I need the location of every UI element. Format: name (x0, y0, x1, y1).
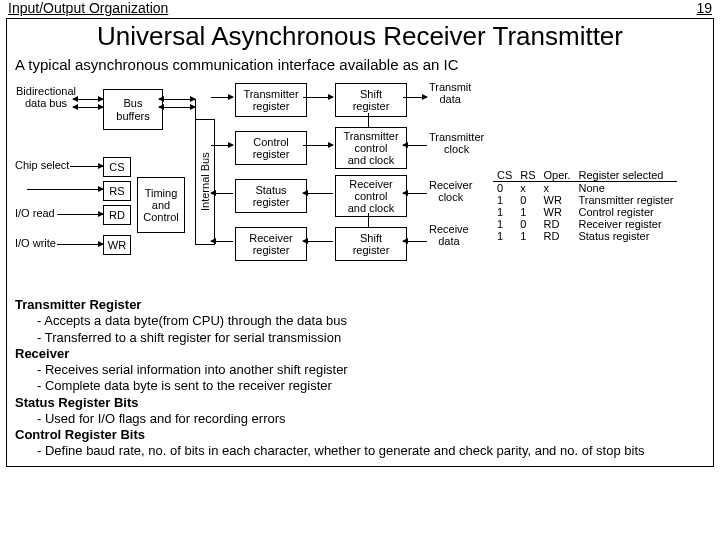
label-tx-data: Transmit data (429, 81, 471, 105)
desc-h2: Receiver (15, 346, 69, 361)
desc-h4: Control Register Bits (15, 427, 145, 442)
box-timing: Timing and Control (137, 177, 185, 233)
box-rd: RD (103, 205, 131, 225)
box-wr: WR (103, 235, 131, 255)
box-control-register: Control register (235, 131, 307, 165)
box-shift-register-1: Shift register (335, 83, 407, 117)
box-tx-register: Transmitter register (235, 83, 307, 117)
main-frame: Universal Asynchronous Receiver Transmit… (6, 18, 714, 467)
desc-b4a: - Define baud rate, no. of bits in each … (15, 443, 705, 459)
box-status-register: Status register (235, 179, 307, 213)
label-chipsel: Chip select (15, 159, 69, 171)
label-rx-data: Receive data (429, 223, 469, 247)
box-cs: CS (103, 157, 131, 177)
desc-b2b: - Complete data byte is sent to the rece… (15, 378, 705, 394)
box-rx-control: Receiver control and clock (335, 175, 407, 217)
desc-b1a: - Accepts a data byte(from CPU) through … (15, 313, 705, 329)
box-bus-buffers: Bus buffers (103, 89, 163, 130)
desc-b2a: - Receives serial information into anoth… (15, 362, 705, 378)
desc-h1: Transmitter Register (15, 297, 141, 312)
header-right: 19 (696, 0, 712, 16)
box-rs: RS (103, 181, 131, 201)
page-title: Universal Asynchronous Receiver Transmit… (15, 21, 705, 52)
description: Transmitter Register - Accepts a data by… (15, 297, 705, 460)
intro-text: A typical asynchronous communication int… (15, 56, 705, 73)
label-rx-clock: Receiver clock (429, 179, 472, 203)
box-tx-control: Transmitter control and clock (335, 127, 407, 169)
label-bidir: Bidirectional data bus (15, 85, 77, 109)
desc-b1b: - Transferred to a shift register for se… (15, 330, 705, 346)
box-shift-register-2: Shift register (335, 227, 407, 261)
label-iowrite: I/O write (15, 237, 56, 249)
desc-b3a: - Used for I/O flags and for recording e… (15, 411, 705, 427)
label-tx-clock: Transmitter clock (429, 131, 484, 155)
box-internal-bus: Internal Bus (195, 119, 215, 245)
register-table: CSRSOper.Register selected 0xxNone10WRTr… (493, 169, 677, 242)
uart-diagram: Bidirectional data bus Chip select I/O r… (15, 79, 705, 289)
header-left: Input/Output Organization (8, 0, 168, 16)
label-ioread: I/O read (15, 207, 55, 219)
desc-h3: Status Register Bits (15, 395, 139, 410)
box-rx-register: Receiver register (235, 227, 307, 261)
